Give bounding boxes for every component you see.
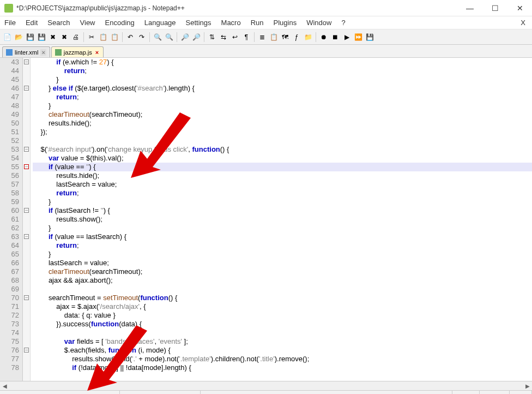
menu-search[interactable]: Search	[47, 19, 70, 27]
show-all-icon[interactable]: ¶	[241, 32, 251, 42]
sync-v-icon[interactable]: ⇅	[207, 32, 217, 42]
replace-icon[interactable]: 🔍	[164, 32, 174, 42]
maximize-button[interactable]: ☐	[487, 4, 503, 13]
status-encoding: UTF-8	[480, 391, 510, 394]
menu-bar: File Edit Search View Encoding Language …	[0, 16, 532, 29]
indent-guide-icon[interactable]: ≣	[257, 32, 267, 42]
save-macro-icon[interactable]: 💾	[365, 32, 374, 42]
copy-icon[interactable]: 📋	[98, 32, 108, 42]
find-icon[interactable]: 🔍	[153, 32, 162, 42]
tab-label: linter.xml	[15, 49, 38, 56]
tab-linter-xml[interactable]: linter.xml ×	[2, 46, 50, 57]
scroll-left-icon[interactable]: ◀	[0, 381, 9, 391]
new-file-icon[interactable]: 📄	[2, 32, 12, 42]
code-area[interactable]: if (e.which != 27) { return; } } else if…	[31, 58, 532, 381]
close-file-icon[interactable]: ✖	[48, 32, 58, 42]
zoom-in-icon[interactable]: 🔎	[180, 32, 190, 42]
menu-window[interactable]: Window	[306, 19, 331, 27]
file-icon	[55, 49, 62, 56]
status-eol: UNIX	[452, 391, 480, 394]
toolbar: 📄 📂 💾 💾 ✖ ✖ 🖨 ✂ 📋 📋 ↶ ↷ 🔍 🔍 🔎 🔎 ⇅ ⇆ ↩ ¶ …	[0, 29, 532, 45]
title-bar: *D:\PROJECTS\jazzmap\public\js\jazzmap.j…	[0, 0, 532, 16]
status-position: Ln : 55 Col : 23 Sel : 0 | 0	[201, 391, 452, 394]
code-editor[interactable]: 4344454647484950515253545556575859606162…	[0, 58, 532, 381]
menu-language[interactable]: Language	[144, 19, 176, 27]
status-insert-mode: INS	[510, 391, 532, 394]
save-all-icon[interactable]: 💾	[37, 32, 46, 42]
menu-file[interactable]: File	[4, 19, 16, 27]
stop-macro-icon[interactable]: ⏹	[330, 32, 340, 42]
record-macro-icon[interactable]: ⏺	[319, 32, 329, 42]
minimize-button[interactable]: —	[462, 4, 477, 13]
paste-icon[interactable]: 📋	[110, 32, 119, 42]
print-icon[interactable]: 🖨	[71, 32, 81, 42]
fold-gutter[interactable]	[23, 58, 31, 381]
menu-plugins[interactable]: Plugins	[274, 19, 297, 27]
doc-map-icon[interactable]: 🗺	[280, 32, 290, 42]
menu-edit[interactable]: Edit	[26, 19, 38, 27]
folder-icon[interactable]: 📁	[303, 32, 313, 42]
save-icon[interactable]: 💾	[25, 32, 35, 42]
close-button[interactable]: ✕	[512, 4, 528, 13]
tab-bar: linter.xml × jazzmap.js ×	[0, 45, 532, 58]
horizontal-scrollbar[interactable]: ◀ ▶	[0, 381, 532, 390]
func-list-icon[interactable]: ƒ	[292, 32, 301, 42]
menu-help[interactable]: ?	[341, 19, 345, 27]
tab-close-icon[interactable]: ×	[40, 49, 46, 56]
file-icon	[6, 49, 13, 56]
tab-label: jazzmap.js	[64, 49, 92, 56]
close-all-icon[interactable]: ✖	[59, 32, 69, 42]
play-macro-icon[interactable]: ▶	[342, 32, 352, 42]
wrap-icon[interactable]: ↩	[230, 32, 240, 42]
app-icon	[4, 4, 13, 13]
status-bar: - Use '===' to compare with ''. length :…	[0, 390, 532, 394]
line-number-gutter: 4344454647484950515253545556575859606162…	[0, 58, 23, 381]
menu-close-x[interactable]: X	[521, 19, 525, 27]
undo-icon[interactable]: ↶	[125, 32, 135, 42]
play-multi-icon[interactable]: ⏩	[353, 32, 363, 42]
userlang-icon[interactable]: 📋	[269, 32, 279, 42]
tab-jazzmap-js[interactable]: jazzmap.js ×	[51, 46, 104, 57]
menu-settings[interactable]: Settings	[186, 19, 211, 27]
status-length: length : 3876 lines : 112	[120, 391, 201, 394]
menu-view[interactable]: View	[80, 19, 95, 27]
menu-macro[interactable]: Macro	[221, 19, 241, 27]
window-title: *D:\PROJECTS\jazzmap\public\js\jazzmap.j…	[16, 4, 462, 12]
zoom-out-icon[interactable]: 🔎	[191, 32, 201, 42]
cut-icon[interactable]: ✂	[87, 32, 96, 42]
open-file-icon[interactable]: 📂	[14, 32, 23, 42]
sync-h-icon[interactable]: ⇆	[219, 32, 228, 42]
tab-close-icon[interactable]: ×	[94, 49, 100, 56]
menu-encoding[interactable]: Encoding	[105, 19, 135, 27]
redo-icon[interactable]: ↷	[137, 32, 147, 42]
menu-run[interactable]: Run	[251, 19, 264, 27]
window-buttons: — ☐ ✕	[462, 4, 528, 13]
status-hint: - Use '===' to compare with ''.	[0, 391, 120, 394]
scroll-right-icon[interactable]: ▶	[523, 381, 532, 391]
